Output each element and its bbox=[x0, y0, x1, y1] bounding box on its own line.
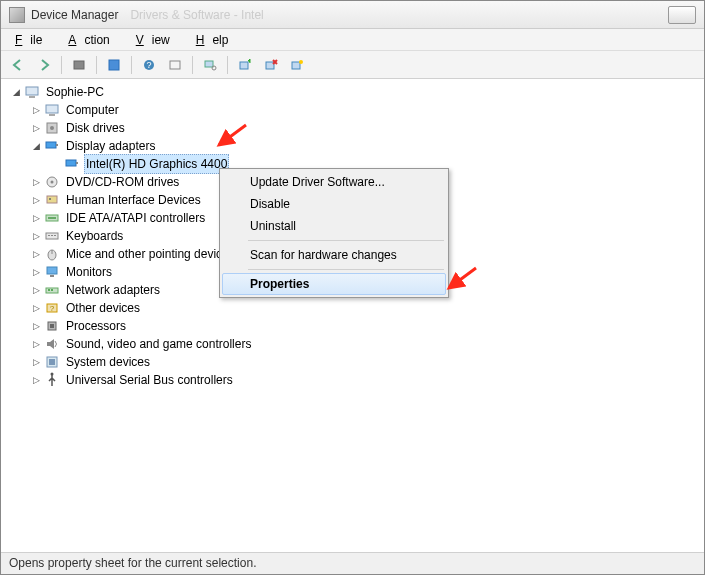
svg-rect-4 bbox=[170, 61, 180, 69]
menu-help[interactable]: Help bbox=[188, 31, 245, 49]
update-driver-button[interactable] bbox=[234, 54, 256, 76]
show-hidden-button[interactable] bbox=[68, 54, 90, 76]
svg-rect-23 bbox=[47, 196, 57, 203]
svg-rect-41 bbox=[50, 324, 54, 328]
expand-icon[interactable]: ▷ bbox=[31, 177, 41, 187]
tree-category-label[interactable]: Keyboards bbox=[64, 227, 125, 245]
tree-device-label[interactable]: Intel(R) HD Graphics 4400 bbox=[84, 154, 229, 174]
properties-button[interactable] bbox=[103, 54, 125, 76]
menu-view[interactable]: View bbox=[128, 31, 186, 49]
svg-point-44 bbox=[51, 373, 54, 376]
tree-category-label[interactable]: Processors bbox=[64, 317, 128, 335]
expand-icon[interactable]: ▷ bbox=[31, 267, 41, 277]
tree-category-label[interactable]: Computer bbox=[64, 101, 121, 119]
scan-button[interactable] bbox=[199, 54, 221, 76]
window-title: Device Manager bbox=[31, 8, 118, 22]
context-menu-item[interactable]: Scan for hardware changes bbox=[222, 244, 446, 266]
titlebar: Device Manager Drivers & Software - Inte… bbox=[1, 1, 704, 29]
mouse-icon bbox=[44, 246, 60, 262]
status-bar: Opens property sheet for the current sel… bbox=[1, 552, 704, 574]
svg-text:?: ? bbox=[50, 304, 55, 313]
display-adapter-icon bbox=[44, 138, 60, 154]
tree-category-label[interactable]: Universal Serial Bus controllers bbox=[64, 371, 235, 389]
optical-drive-icon bbox=[44, 174, 60, 190]
context-menu: Update Driver Software...DisableUninstal… bbox=[219, 168, 449, 298]
uninstall-button[interactable] bbox=[260, 54, 282, 76]
menu-file[interactable]: File bbox=[7, 31, 58, 49]
svg-rect-7 bbox=[240, 62, 248, 69]
svg-rect-9 bbox=[292, 62, 300, 69]
back-button[interactable] bbox=[7, 54, 29, 76]
expand-icon[interactable]: ▷ bbox=[31, 303, 41, 313]
expand-icon[interactable]: ▷ bbox=[31, 213, 41, 223]
tree-category[interactable]: ▷System devices bbox=[7, 353, 704, 371]
tree-category[interactable]: ▷?Other devices bbox=[7, 299, 704, 317]
expand-icon[interactable]: ▷ bbox=[31, 105, 41, 115]
menu-action[interactable]: Action bbox=[60, 31, 125, 49]
tree-category-label[interactable]: System devices bbox=[64, 353, 152, 371]
svg-rect-43 bbox=[49, 359, 55, 365]
svg-rect-19 bbox=[66, 160, 76, 166]
tree-category[interactable]: ▷Computer bbox=[7, 101, 704, 119]
tree-category-label[interactable]: Human Interface Devices bbox=[64, 191, 203, 209]
svg-rect-1 bbox=[109, 60, 119, 70]
forward-button[interactable] bbox=[33, 54, 55, 76]
svg-text:?: ? bbox=[146, 60, 151, 70]
svg-rect-30 bbox=[54, 235, 56, 236]
collapse-icon[interactable]: ◢ bbox=[11, 87, 21, 97]
svg-rect-28 bbox=[48, 235, 50, 236]
toolbar-separator bbox=[192, 56, 193, 74]
sound-icon bbox=[44, 336, 60, 352]
tree-category[interactable]: ▷Sound, video and game controllers bbox=[7, 335, 704, 353]
collapse-icon[interactable]: ◢ bbox=[31, 141, 41, 151]
tree-category[interactable]: ▷Universal Serial Bus controllers bbox=[7, 371, 704, 389]
svg-point-37 bbox=[51, 289, 53, 291]
disk-icon bbox=[44, 120, 60, 136]
context-menu-item[interactable]: Update Driver Software... bbox=[222, 171, 446, 193]
expand-icon[interactable]: ▷ bbox=[31, 375, 41, 385]
svg-rect-11 bbox=[26, 87, 38, 95]
help-button[interactable]: ? bbox=[138, 54, 160, 76]
tree-category-label[interactable]: IDE ATA/ATAPI controllers bbox=[64, 209, 207, 227]
tree-category-label[interactable]: Disk drives bbox=[64, 119, 127, 137]
expand-icon[interactable]: ▷ bbox=[31, 231, 41, 241]
expand-icon[interactable]: ▷ bbox=[31, 321, 41, 331]
toolbar-separator bbox=[96, 56, 97, 74]
minimize-button[interactable] bbox=[668, 6, 696, 24]
tree-category[interactable]: ▷Disk drives bbox=[7, 119, 704, 137]
tree-category-label[interactable]: DVD/CD-ROM drives bbox=[64, 173, 181, 191]
processor-icon bbox=[44, 318, 60, 334]
refresh-button[interactable] bbox=[164, 54, 186, 76]
expand-icon[interactable]: ▷ bbox=[31, 339, 41, 349]
expand-icon[interactable]: ▷ bbox=[31, 123, 41, 133]
tree-root-label[interactable]: Sophie-PC bbox=[44, 83, 106, 101]
tree-category-label[interactable]: Sound, video and game controllers bbox=[64, 335, 253, 353]
hid-icon bbox=[44, 192, 60, 208]
display-adapter-icon bbox=[64, 156, 80, 172]
tree-category-label[interactable]: Other devices bbox=[64, 299, 142, 317]
app-icon bbox=[9, 7, 25, 23]
tree-category[interactable]: ◢Display adapters bbox=[7, 137, 704, 155]
context-menu-item[interactable]: Disable bbox=[222, 193, 446, 215]
tree-category-label[interactable]: Display adapters bbox=[64, 137, 157, 155]
monitor-icon bbox=[44, 264, 60, 280]
svg-point-10 bbox=[299, 60, 303, 64]
svg-rect-33 bbox=[47, 267, 57, 274]
expand-icon[interactable]: ▷ bbox=[31, 195, 41, 205]
expand-icon[interactable]: ▷ bbox=[31, 357, 41, 367]
tree-category-label[interactable]: Mice and other pointing devices bbox=[64, 245, 237, 263]
tree-category[interactable]: ▷Processors bbox=[7, 317, 704, 335]
enable-button[interactable] bbox=[286, 54, 308, 76]
tree-root[interactable]: ◢ Sophie-PC bbox=[7, 83, 704, 101]
context-menu-item[interactable]: Uninstall bbox=[222, 215, 446, 237]
context-menu-item[interactable]: Properties bbox=[222, 273, 446, 295]
tree-category-label[interactable]: Network adapters bbox=[64, 281, 162, 299]
svg-point-24 bbox=[49, 198, 51, 200]
device-tree[interactable]: ◢ Sophie-PC ▷Computer▷Disk drives◢Displa… bbox=[1, 79, 704, 550]
tree-category-label[interactable]: Monitors bbox=[64, 263, 114, 281]
expand-icon[interactable]: ▷ bbox=[31, 249, 41, 259]
svg-rect-13 bbox=[46, 105, 58, 113]
context-menu-separator bbox=[248, 240, 444, 241]
expand-icon[interactable]: ▷ bbox=[31, 285, 41, 295]
usb-icon bbox=[44, 372, 60, 388]
